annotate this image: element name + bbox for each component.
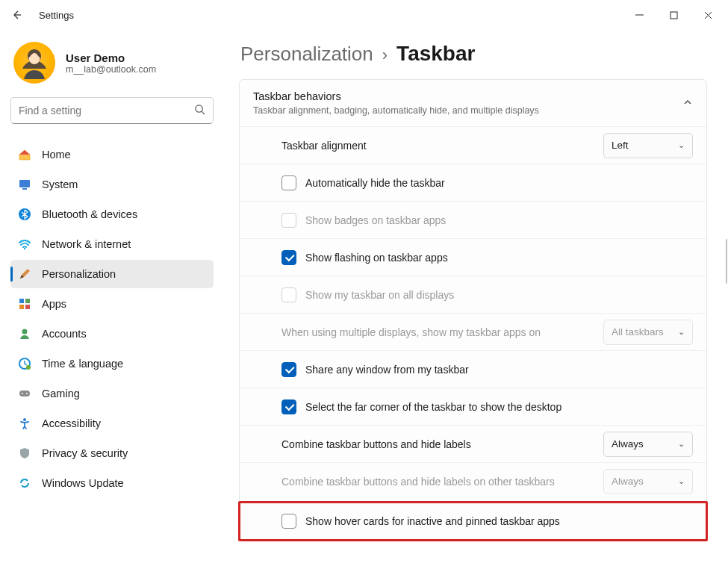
minimize-button[interactable] <box>622 3 656 27</box>
chevron-right-icon: › <box>382 46 388 65</box>
svg-point-10 <box>24 248 25 249</box>
svg-rect-13 <box>19 305 24 309</box>
chevron-down-icon: ⌄ <box>678 140 685 150</box>
update-icon <box>18 476 31 490</box>
user-email: m__lab@outlook.com <box>66 64 156 75</box>
apps-icon <box>18 297 31 311</box>
svg-point-21 <box>23 418 26 421</box>
svg-rect-7 <box>19 180 30 187</box>
personalization-icon <box>18 267 31 281</box>
back-button[interactable] <box>3 1 30 28</box>
row-autohide: Automatically hide the taskbar <box>240 164 706 201</box>
chevron-down-icon: ⌄ <box>678 327 685 337</box>
breadcrumb-parent[interactable]: Personalization <box>240 43 373 66</box>
combine-select[interactable]: Always⌄ <box>603 432 693 457</box>
arrow-left-icon <box>10 9 22 21</box>
nav-home[interactable]: Home <box>10 140 214 169</box>
all-displays-checkbox <box>281 287 296 302</box>
row-multi-displays: When using multiple displays, show my ta… <box>240 313 706 350</box>
svg-point-5 <box>196 105 202 112</box>
row-all-displays: Show my taskbar on all displays <box>240 276 706 313</box>
search-icon <box>194 104 205 117</box>
corner-checkbox[interactable] <box>281 399 296 414</box>
svg-rect-1 <box>671 12 677 19</box>
nav-update[interactable]: Windows Update <box>10 469 214 497</box>
home-icon <box>18 148 31 161</box>
badges-checkbox <box>281 213 296 228</box>
row-flashing: Show flashing on taskbar apps <box>240 238 706 276</box>
user-profile[interactable]: User Demo m__lab@outlook.com <box>10 37 214 97</box>
combine-other-select: Always⌄ <box>603 469 693 494</box>
multi-select: All taskbars⌄ <box>603 320 693 345</box>
behaviors-section: Taskbar behaviors Taskbar alignment, bad… <box>239 79 707 541</box>
minimize-icon <box>635 11 644 19</box>
nav-bluetooth[interactable]: Bluetooth & devices <box>10 200 214 228</box>
sidebar: User Demo m__lab@outlook.com Home System… <box>0 30 224 566</box>
alignment-select[interactable]: Left⌄ <box>603 133 693 158</box>
svg-rect-18 <box>19 391 30 396</box>
flashing-checkbox[interactable] <box>281 250 296 265</box>
nav-gaming[interactable]: Gaming <box>10 379 214 408</box>
content-area: Personalization › Taskbar Taskbar behavi… <box>224 30 728 566</box>
user-name: User Demo <box>66 52 156 64</box>
autohide-checkbox[interactable] <box>281 175 296 190</box>
svg-point-19 <box>22 393 23 394</box>
close-icon <box>704 11 712 19</box>
maximize-icon <box>670 11 678 19</box>
svg-point-17 <box>26 365 31 370</box>
nav-personalization[interactable]: Personalization <box>10 260 214 288</box>
system-icon <box>18 178 31 191</box>
svg-rect-11 <box>19 299 24 303</box>
share-checkbox[interactable] <box>281 362 296 377</box>
nav-time[interactable]: Time & language <box>10 349 214 378</box>
avatar <box>13 42 55 84</box>
svg-line-6 <box>202 111 205 114</box>
chevron-down-icon: ⌄ <box>678 439 685 449</box>
row-combine-other: Combine taskbar buttons and hide labels … <box>240 462 706 500</box>
behaviors-header[interactable]: Taskbar behaviors Taskbar alignment, bad… <box>240 80 706 126</box>
row-corner: Select the far corner of the taskbar to … <box>240 388 706 425</box>
title-bar: Settings <box>0 0 728 30</box>
search-input[interactable] <box>10 97 214 124</box>
svg-point-15 <box>22 329 28 335</box>
close-button[interactable] <box>691 3 725 27</box>
row-hover-cards: Show hover cards for inactive and pinned… <box>238 501 708 541</box>
window-title: Settings <box>39 10 74 21</box>
maximize-button[interactable] <box>656 3 691 27</box>
search-field[interactable] <box>19 105 194 116</box>
wifi-icon <box>18 237 31 251</box>
nav-accounts[interactable]: Accounts <box>10 320 214 348</box>
svg-rect-14 <box>25 305 30 309</box>
nav-list: Home System Bluetooth & devices Network … <box>10 140 214 497</box>
nav-apps[interactable]: Apps <box>10 290 214 318</box>
nav-accessibility[interactable]: Accessibility <box>10 409 214 438</box>
row-alignment: Taskbar alignment Left⌄ <box>240 126 706 164</box>
row-share: Share any window from my taskbar <box>240 350 706 388</box>
row-combine: Combine taskbar buttons and hide labels … <box>240 425 706 462</box>
nav-privacy[interactable]: Privacy & security <box>10 439 214 467</box>
bluetooth-icon <box>18 208 31 221</box>
hover-cards-checkbox[interactable] <box>281 514 296 529</box>
section-subtitle: Taskbar alignment, badging, automaticall… <box>253 105 539 116</box>
svg-point-20 <box>26 393 28 394</box>
breadcrumb: Personalization › Taskbar <box>240 42 707 66</box>
nav-network[interactable]: Network & internet <box>10 230 214 258</box>
accounts-icon <box>18 327 31 340</box>
chevron-down-icon: ⌄ <box>678 476 685 486</box>
shield-icon <box>18 447 31 460</box>
page-title: Taskbar <box>396 42 475 66</box>
svg-rect-12 <box>25 299 30 303</box>
window-controls <box>622 3 725 27</box>
svg-rect-8 <box>22 188 27 190</box>
nav-system[interactable]: System <box>10 170 214 199</box>
accessibility-icon <box>18 417 31 430</box>
scrollbar-thumb[interactable] <box>726 239 727 284</box>
gaming-icon <box>18 387 31 400</box>
row-badges: Show badges on taskbar apps <box>240 201 706 238</box>
chevron-up-icon <box>682 97 693 110</box>
clock-icon <box>18 357 31 370</box>
section-title: Taskbar behaviors <box>253 90 539 102</box>
